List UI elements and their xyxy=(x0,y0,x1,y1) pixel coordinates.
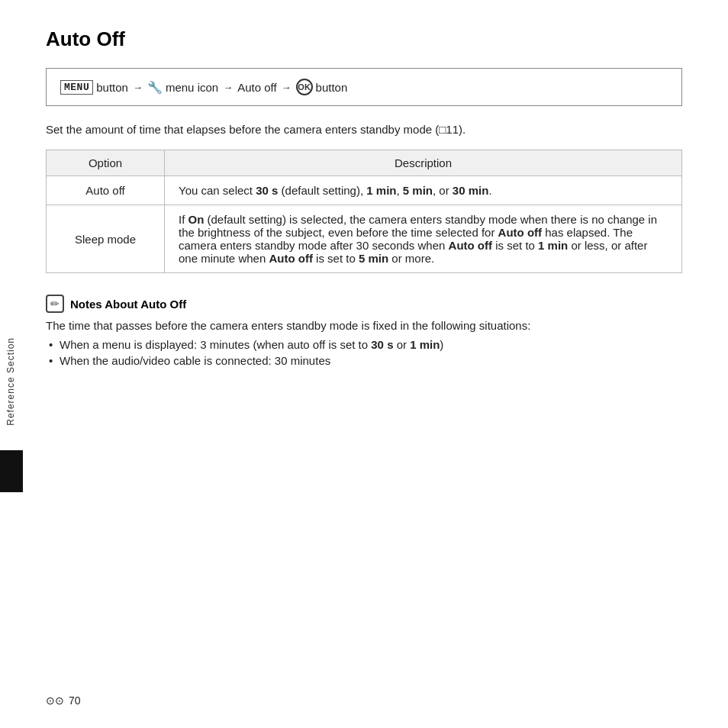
wrench-icon: 🔧 xyxy=(147,80,163,95)
arrow-2: → xyxy=(223,82,233,93)
ok-icon: OK xyxy=(296,79,313,95)
black-tab xyxy=(0,450,23,492)
intro-ref: 11 xyxy=(446,123,459,136)
intro-main: Set the amount of time that elapses befo… xyxy=(46,123,439,136)
sleep-mode-description: If On (default setting) is selected, the… xyxy=(165,205,682,273)
intro-text: Set the amount of time that elapses befo… xyxy=(46,123,682,136)
sidebar-text: Reference Section xyxy=(5,337,16,426)
auto-off-option: Auto off xyxy=(47,176,165,205)
page-footer: ⊙⊙ 70 xyxy=(46,694,81,707)
book-icon: □ xyxy=(439,123,446,136)
arrow-3: → xyxy=(282,82,292,93)
menu-tag: MENU xyxy=(60,80,93,95)
arrow-1: → xyxy=(133,82,143,93)
nav-button-text: button xyxy=(316,81,348,94)
notes-item-2: When the audio/video cable is connected:… xyxy=(46,354,682,367)
nav-auto-off-text: Auto off xyxy=(237,81,276,94)
table-row-sleep-mode: Sleep mode If On (default setting) is se… xyxy=(47,205,682,273)
main-content: Auto Off MENU button → 🔧 menu icon → Aut… xyxy=(0,0,728,398)
binoculars-icon: ⊙⊙ xyxy=(46,694,64,707)
nav-box: MENU button → 🔧 menu icon → Auto off → O… xyxy=(46,68,682,106)
sleep-mode-option: Sleep mode xyxy=(47,205,165,273)
table-row-auto-off: Auto off You can select 30 s (default se… xyxy=(47,176,682,205)
nav-menu-icon-label: menu icon xyxy=(166,81,218,94)
table-header-option: Option xyxy=(47,150,165,176)
nav-button-label: button xyxy=(96,81,128,94)
pencil-icon: ✏ xyxy=(46,295,64,313)
page-number: 70 xyxy=(69,694,81,707)
notes-list: When a menu is displayed: 3 minutes (whe… xyxy=(46,338,682,367)
intro-end: ). xyxy=(459,123,465,136)
sidebar-label: Reference Section xyxy=(0,321,21,443)
notes-title: Notes About Auto Off xyxy=(70,298,186,311)
notes-item-1: When a menu is displayed: 3 minutes (whe… xyxy=(46,338,682,351)
notes-header: ✏ Notes About Auto Off xyxy=(46,295,682,313)
auto-off-description: You can select 30 s (default setting), 1… xyxy=(165,176,682,205)
page-title: Auto Off xyxy=(46,27,682,51)
notes-section: ✏ Notes About Auto Off The time that pas… xyxy=(46,295,682,367)
options-table: Option Description Auto off You can sele… xyxy=(46,150,682,273)
notes-intro: The time that passes before the camera e… xyxy=(46,319,682,332)
table-header-description: Description xyxy=(165,150,682,176)
